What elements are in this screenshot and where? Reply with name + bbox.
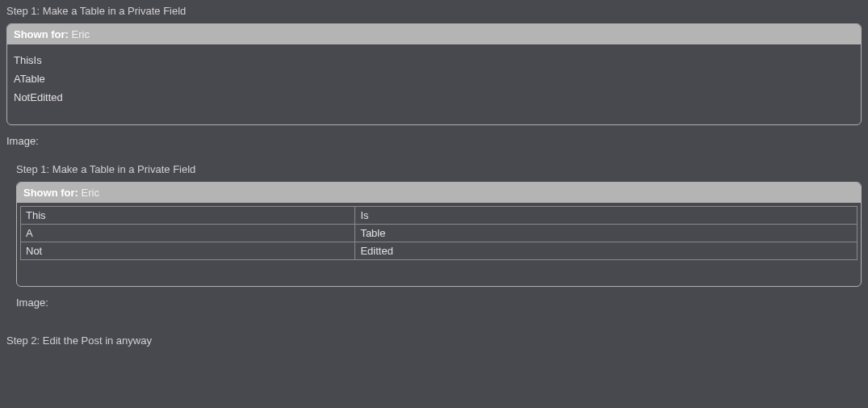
table-cell: Table [355, 225, 858, 242]
step1-heading: Step 1: Make a Table in a Private Field [0, 0, 868, 20]
shown-for-label: Shown for: [14, 28, 69, 40]
nested-shown-for-value: Eric [82, 187, 99, 199]
image-label: Image: [0, 132, 868, 152]
shown-for-value-text: Eric [72, 28, 90, 40]
nested-step-heading: Step 1: Make a Table in a Private Field [10, 155, 868, 179]
step2-heading: Step 2: Edit the Post in anyway [0, 313, 868, 351]
nested-image-label: Image: [10, 293, 868, 313]
table-row: This Is [21, 207, 858, 225]
content-line: NotEditted [14, 88, 854, 107]
table-row: Not Editted [21, 242, 858, 260]
nested-panel-body: This Is A Table Not Editted [17, 203, 861, 286]
table-row: A Table [21, 225, 858, 242]
step1-panel-body: ThisIs ATable NotEditted [7, 44, 861, 124]
step1-panel: Shown for: Eric ThisIs ATable NotEditted [6, 23, 862, 125]
nested-shown-for-label: Shown for: [23, 187, 78, 199]
step1-panel-header: Shown for: Eric [7, 24, 861, 44]
table-cell: Is [355, 207, 858, 225]
content-line: ATable [14, 69, 854, 88]
table-cell: Editted [355, 242, 858, 260]
nested-panel: Shown for: Eric This Is A Table Not Edit… [16, 182, 862, 287]
table-cell: A [21, 225, 355, 242]
data-table: This Is A Table Not Editted [20, 206, 858, 260]
content-line: ThisIs [14, 51, 854, 69]
nested-panel-header: Shown for: Eric [17, 183, 861, 203]
table-cell: Not [21, 242, 355, 260]
nested-block: Step 1: Make a Table in a Private Field … [0, 152, 868, 313]
table-cell: This [21, 207, 355, 225]
